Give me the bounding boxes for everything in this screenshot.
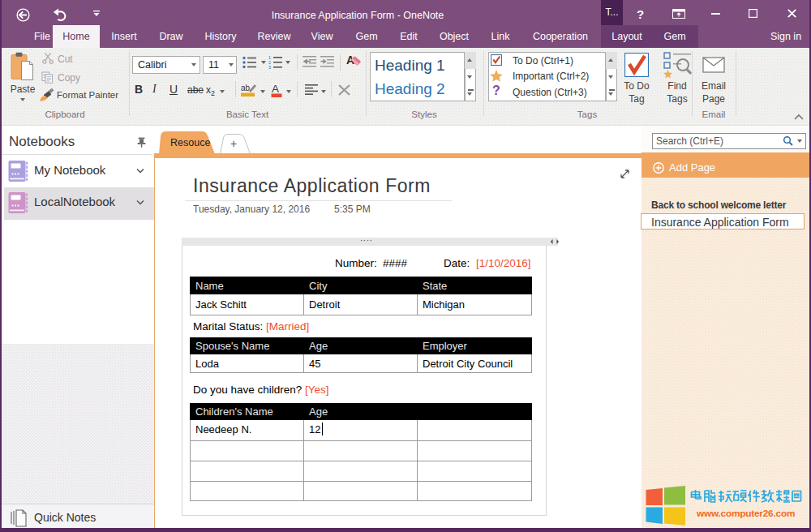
svg-text:3: 3 [268,65,271,69]
svg-text:A: A [272,83,279,95]
svg-text:ab: ab [241,84,251,92]
